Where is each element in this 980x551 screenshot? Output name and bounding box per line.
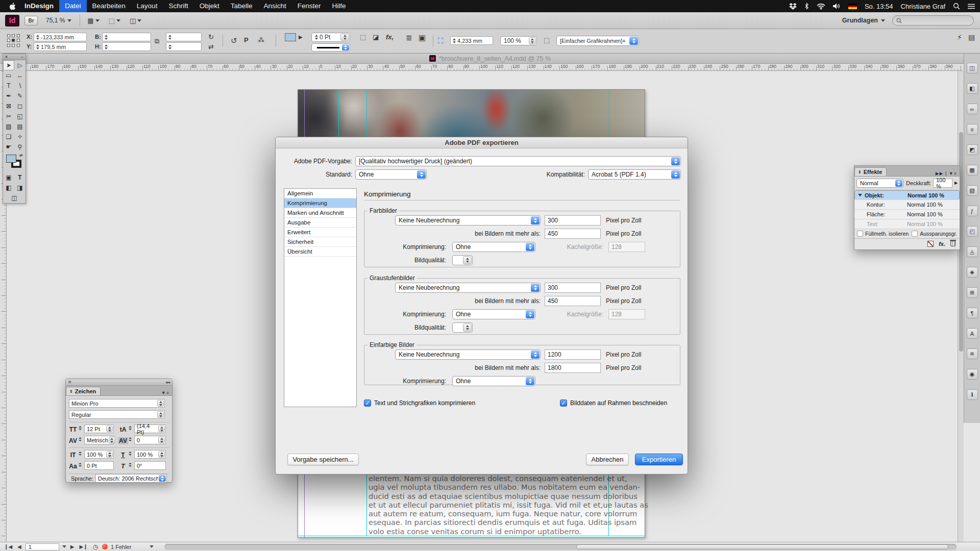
- save-preset-button[interactable]: Vorgabe speichern...: [287, 454, 359, 465]
- collapse-left-icon[interactable]: ◂◂: [165, 380, 170, 385]
- gradient-feather-tool[interactable]: ▤: [14, 121, 26, 132]
- search-input[interactable]: [892, 15, 974, 26]
- clear-effects-icon[interactable]: [927, 241, 934, 247]
- selection-tool[interactable]: ➤: [3, 60, 14, 70]
- layers-panel-icon[interactable]: ◧: [967, 83, 978, 94]
- preflight-clock-icon[interactable]: ◷: [92, 543, 99, 550]
- preflight-panel-icon[interactable]: ◉: [967, 369, 978, 380]
- menu-ansicht[interactable]: Ansicht: [258, 0, 291, 12]
- zoom-tool[interactable]: ⚲: [14, 142, 26, 152]
- object-styles-panel-icon[interactable]: ◰: [967, 226, 978, 237]
- pencil-tool[interactable]: ✎: [14, 91, 26, 101]
- tracking-field[interactable]: 0: [134, 436, 166, 444]
- stroke-panel-icon[interactable]: ≡: [967, 124, 978, 135]
- tile-size-field[interactable]: 128: [608, 309, 645, 319]
- resample-select[interactable]: Keine Neuberechnung: [395, 349, 541, 360]
- knockout-group-checkbox[interactable]: [912, 231, 918, 237]
- rotate-90-icon[interactable]: ↺: [231, 36, 237, 45]
- font-family-select[interactable]: Minion Pro: [69, 399, 165, 408]
- apply-to-text-button[interactable]: T: [14, 172, 26, 183]
- menu-objekt[interactable]: Objekt: [194, 0, 225, 12]
- pen-tool[interactable]: ✒: [3, 91, 14, 101]
- add-effect-fx-icon[interactable]: fx.: [939, 241, 945, 247]
- apply-color-button[interactable]: ◧: [3, 183, 14, 193]
- frame-guide-right[interactable]: [609, 90, 609, 141]
- rectangle-tool[interactable]: ◻: [14, 101, 26, 111]
- kerning-field[interactable]: Metrisch: [84, 436, 114, 444]
- text-wrap-bounding-icon[interactable]: ▣: [419, 33, 426, 42]
- dialog-section-komprimierung[interactable]: Komprimierung: [284, 198, 356, 208]
- scale-y-field[interactable]: [166, 42, 202, 51]
- resolution-field[interactable]: 300: [545, 215, 601, 226]
- vertical-scale-field[interactable]: 100 %: [84, 450, 114, 459]
- collapse-icon[interactable]: ⇔: [20, 55, 24, 59]
- rotate-icon[interactable]: ↻: [208, 33, 214, 41]
- menu-hilfe[interactable]: Hilfe: [327, 0, 352, 12]
- reference-point-proxy[interactable]: [7, 34, 20, 47]
- column-guide-cyan[interactable]: [338, 90, 339, 141]
- note-tool[interactable]: ❏: [3, 132, 14, 142]
- x-position-field[interactable]: -123,333 mm: [34, 33, 87, 41]
- effect-target-row[interactable]: Objekt:Normal 100 %: [854, 190, 960, 200]
- preflight-menu-icon[interactable]: [150, 545, 154, 548]
- hand-tool[interactable]: ☛: [3, 142, 14, 152]
- gradient-panel-icon[interactable]: ▧: [967, 185, 978, 196]
- effects-panel-icon[interactable]: ƒ: [967, 206, 978, 216]
- apply-to-container-button[interactable]: ▣: [3, 172, 14, 183]
- cancel-button[interactable]: Abbrechen: [586, 454, 629, 465]
- stroke-weight-select[interactable]: 0 Pt: [311, 33, 350, 42]
- resolution-field[interactable]: 300: [545, 283, 601, 293]
- blend-mode-select[interactable]: Normal: [856, 179, 903, 188]
- dialog-section-erweitert[interactable]: Erweitert: [284, 228, 356, 237]
- first-page-button[interactable]: ❙◀: [3, 544, 13, 549]
- text-wrap-none-icon[interactable]: ≣: [406, 33, 412, 42]
- scale-percent-select[interactable]: 100 %: [500, 36, 537, 45]
- font-size-field[interactable]: 12 Pt: [84, 424, 114, 433]
- fill-stroke-swatches[interactable]: ⇄: [3, 152, 26, 172]
- apply-none-button[interactable]: ◨: [14, 183, 26, 193]
- effects-panel-tab[interactable]: ⇕Effekte: [854, 167, 887, 176]
- frame-fitting-icon[interactable]: ⛶: [438, 36, 444, 45]
- page-tool[interactable]: ▭: [3, 70, 14, 81]
- language-select[interactable]: Deutsch: 2006 Rechtschr...: [95, 474, 167, 483]
- menu-tabelle[interactable]: Tabelle: [225, 0, 258, 12]
- page-list-dropdown-icon[interactable]: [62, 545, 66, 548]
- fill-swatch[interactable]: [6, 155, 16, 163]
- workspace-switcher[interactable]: Grundlagen: [842, 17, 885, 24]
- screen-mode-dropdown[interactable]: ⬚: [107, 17, 122, 24]
- threshold-field[interactable]: 1800: [545, 363, 601, 373]
- quick-apply-lightning-icon[interactable]: ⚡: [957, 33, 962, 41]
- tile-size-field[interactable]: 128: [608, 242, 645, 252]
- free-transform-tool[interactable]: ◱: [14, 111, 26, 121]
- isolate-blending-checkbox[interactable]: [857, 231, 863, 237]
- compression-select[interactable]: Ohne: [452, 309, 535, 319]
- stroke-style-select[interactable]: [311, 43, 350, 52]
- menu-bearbeiten[interactable]: Bearbeiten: [87, 0, 131, 12]
- eyedropper-tool[interactable]: ✧: [14, 132, 26, 142]
- resample-select[interactable]: Keine Neuberechnung: [395, 283, 541, 293]
- bluetooth-icon[interactable]: [804, 3, 809, 10]
- select-container-icon[interactable]: ⁂: [258, 36, 264, 44]
- disclosure-triangle-icon[interactable]: [858, 194, 862, 196]
- dialog-section-marken-und-anschnitt[interactable]: Marken und Anschnitt: [284, 208, 356, 218]
- previous-page-button[interactable]: ◀: [16, 544, 22, 549]
- gap-tool[interactable]: ↔: [14, 70, 26, 81]
- gap-size-field[interactable]: 4,233 mm: [450, 36, 493, 45]
- height-field[interactable]: [102, 42, 151, 51]
- bridge-button[interactable]: Br: [24, 16, 38, 26]
- compression-select[interactable]: Ohne: [452, 242, 535, 252]
- swap-fill-stroke-icon[interactable]: ⇄: [19, 153, 23, 158]
- links-panel-icon[interactable]: ∞: [967, 104, 978, 114]
- width-field[interactable]: [102, 33, 151, 41]
- horizontal-scale-field[interactable]: 100 %: [134, 450, 166, 459]
- compression-select[interactable]: Ohne: [452, 376, 535, 386]
- preset-select[interactable]: [Qualitativ hochwertiger Druck] (geänder…: [355, 156, 681, 166]
- effect-target-row[interactable]: Kontur:Normal 100 %: [854, 200, 960, 210]
- wifi-icon[interactable]: [817, 3, 825, 10]
- y-position-field[interactable]: 179,5 mm: [34, 42, 87, 51]
- paragraph-direction-icon[interactable]: P: [244, 36, 249, 44]
- next-page-button[interactable]: ▶: [69, 544, 76, 549]
- resolution-field[interactable]: 1200: [545, 349, 601, 360]
- screen-mode-button[interactable]: ◫: [3, 193, 26, 203]
- rectangle-frame-tool[interactable]: ⊠: [3, 101, 14, 111]
